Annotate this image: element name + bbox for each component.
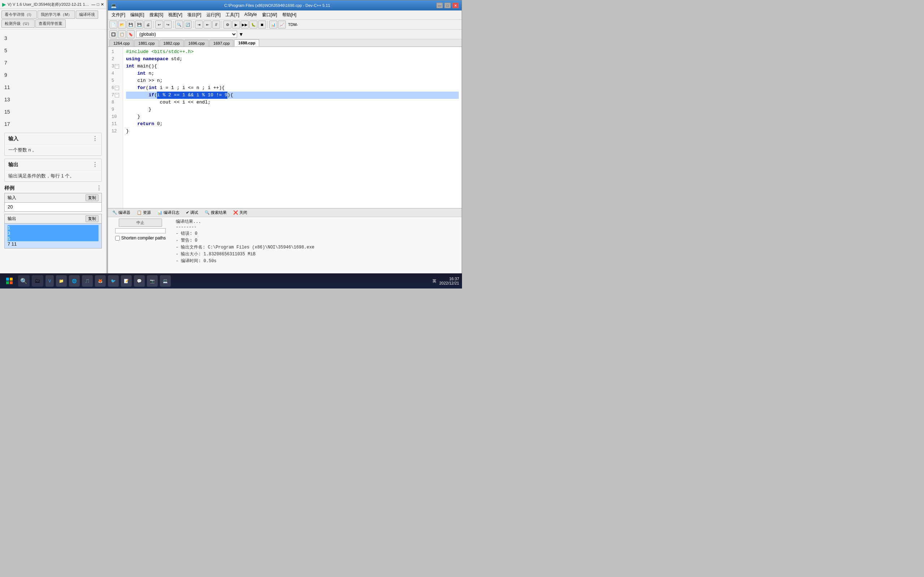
taskbar-app-vj[interactable]: V (45, 275, 54, 287)
menu-help[interactable]: 帮助[H] (280, 11, 299, 19)
tb-compile-run[interactable]: ▶▶ (241, 21, 249, 29)
tb2-icon2[interactable]: 📋 (118, 30, 126, 38)
sample-input-content: 20 (5, 203, 102, 211)
tb-replace[interactable]: 🔄 (184, 21, 192, 29)
menu-window[interactable]: 窗口[W] (260, 11, 279, 19)
fold-icon-3[interactable]: — (115, 64, 119, 69)
toolbar2-icons: 🔲 📋 🔖 (109, 30, 135, 38)
taskbar-app-twitter[interactable]: 🐦 (108, 275, 119, 287)
taskbar-app-explorer[interactable]: 📁 (56, 275, 67, 287)
code-content[interactable]: #include <bits/stdc++.h> using namespace… (123, 47, 462, 208)
tb-indent[interactable]: ⇥ (195, 21, 203, 29)
line-num-5: 5 (110, 77, 121, 84)
line-numbers-gutter: 1 2 3— 4 5 6— 7— 8 9 10 11 12 (108, 47, 123, 208)
tb-toggle-comment[interactable]: // (212, 21, 220, 29)
tb-unindent[interactable]: ⇤ (204, 21, 212, 29)
taskbar-search[interactable]: 🔍 (18, 275, 30, 287)
tb-save[interactable]: 💾 (127, 21, 135, 29)
nav-btn-upgrade[interactable]: 检测升级（U） (2, 19, 35, 28)
menu-run[interactable]: 运行[R] (204, 11, 223, 19)
tb-chart2[interactable]: 📈 (278, 21, 286, 29)
code-line-1: #include <bits/stdc++.h> (126, 48, 459, 56)
globals-dropdown-icon[interactable]: ▼ (239, 31, 244, 37)
nav-btn-study[interactable]: 我的学习单（M） (37, 10, 75, 19)
close-btn[interactable]: ✕ (452, 3, 459, 8)
tab-1264[interactable]: 1264.cpp (109, 40, 134, 47)
code-line-10: } (126, 113, 459, 121)
taskbar-app-camera[interactable]: 📷 (147, 275, 158, 287)
bottom-tab-search[interactable]: 🔍 搜索结果 (202, 209, 229, 216)
tb-chart1[interactable]: 📊 (269, 21, 277, 29)
nav-btn-env[interactable]: 编译环境 (76, 10, 98, 19)
fold-icon-6[interactable]: — (115, 86, 119, 90)
tb-stop[interactable]: ⏹ (258, 21, 266, 29)
tb-debug[interactable]: 🐛 (249, 21, 257, 29)
tb-run[interactable]: ▶ (232, 21, 240, 29)
tab-1697[interactable]: 1697.cpp (209, 40, 234, 47)
menu-project[interactable]: 项目[P] (185, 11, 204, 19)
menu-astyle[interactable]: AStyle (242, 11, 259, 19)
menu-file[interactable]: 文件[F] (109, 11, 128, 19)
maximize-btn[interactable]: □ (444, 3, 451, 8)
taskbar-app-music[interactable]: 🎵 (82, 275, 93, 287)
minimize-btn[interactable]: — (436, 3, 443, 8)
minimize-icon[interactable]: — (91, 2, 95, 6)
bottom-tab-close[interactable]: ❌ 关闭 (230, 209, 250, 216)
shorten-paths-checkbox[interactable] (115, 236, 120, 240)
code-editor[interactable]: 1 2 3— 4 5 6— 7— 8 9 10 11 12 #include <… (108, 47, 462, 208)
tb-save-all[interactable]: 💾 (135, 21, 143, 29)
tb2-icon3[interactable]: 🔖 (127, 30, 135, 38)
tab-1696[interactable]: 1696.cpp (184, 40, 208, 47)
tb-undo[interactable]: ↩ (155, 21, 163, 29)
bottom-tab-resources[interactable]: 📋 资源 (134, 209, 154, 216)
taskbar-app-devcpp[interactable]: 💻 (160, 275, 171, 287)
taskbar-app-firefox[interactable]: 🦊 (95, 275, 106, 287)
menu-search[interactable]: 搜索[S] (147, 11, 166, 19)
tab-1882[interactable]: 1882.cpp (160, 40, 184, 47)
toolbar-sep-3 (193, 21, 194, 28)
abort-button[interactable]: 中止 (119, 219, 162, 227)
tb-print[interactable]: 🖨 (144, 21, 152, 29)
globals-select[interactable]: (globals) (136, 31, 237, 38)
sample-section-menu[interactable]: ⋮ (96, 185, 102, 192)
bottom-tab-debug[interactable]: ✔ 调试 (183, 209, 201, 216)
bottom-tab-compile-log[interactable]: 📊 编译日志 (155, 209, 182, 216)
sample-output-content: 1 3 5 7 11 (5, 224, 102, 248)
taskbar-app-notepad[interactable]: 📝 (121, 275, 132, 287)
line-num-2: 2 (110, 56, 121, 63)
tb-find[interactable]: 🔍 (175, 21, 183, 29)
taskbar-app-wechat[interactable]: 💬 (134, 275, 145, 287)
vj-icon: V (48, 279, 51, 283)
tb-redo[interactable]: ↪ (164, 21, 172, 29)
nav-btn-answers[interactable]: 查看同学答案 (36, 19, 66, 28)
code-line-9: } (126, 106, 459, 113)
start-button[interactable] (3, 274, 16, 287)
output-section-title[interactable]: 输出 ⋮ (5, 159, 102, 170)
svg-rect-2 (6, 281, 9, 284)
sample-input-copy[interactable]: 复制 (86, 194, 99, 201)
tab-1881[interactable]: 1881.cpp (134, 40, 158, 47)
line-num-12: 12 (110, 128, 121, 135)
firefox-icon: 🦊 (98, 279, 103, 284)
taskbar-app-chrome[interactable]: 🌐 (69, 275, 80, 287)
input-section-menu[interactable]: ⋮ (92, 135, 98, 142)
menu-view[interactable]: 视图[V] (166, 11, 184, 19)
tab-1698[interactable]: 1698.cpp (234, 39, 259, 47)
sample-output-copy[interactable]: 复制 (86, 215, 99, 222)
fold-icon-7[interactable]: — (115, 93, 119, 97)
menu-tools[interactable]: 工具[T] (223, 11, 241, 19)
close-icon[interactable]: ✕ (101, 2, 104, 7)
tb-open[interactable]: 📂 (118, 21, 126, 29)
output-section-menu[interactable]: ⋮ (92, 161, 98, 168)
taskbar-task-view[interactable]: 🗂 (32, 275, 43, 287)
tb2-icon1[interactable]: 🔲 (109, 30, 117, 38)
nav-btn-detail[interactable]: 看今学详情（I） (2, 10, 37, 19)
bottom-tab-compiler[interactable]: 🔧 编译器 (109, 209, 133, 216)
devcpp-window: 💻 C:\Program Files (x86)\NOI\35946\1698.… (108, 0, 462, 288)
tb-compile[interactable]: ⚙ (223, 21, 231, 29)
title-bar-controls: — □ ✕ (436, 3, 459, 8)
menu-edit[interactable]: 编辑[E] (128, 11, 147, 19)
restore-icon[interactable]: □ (97, 2, 99, 6)
tb-new[interactable]: 📄 (109, 21, 117, 29)
input-section-title[interactable]: 输入 ⋮ (5, 133, 102, 144)
